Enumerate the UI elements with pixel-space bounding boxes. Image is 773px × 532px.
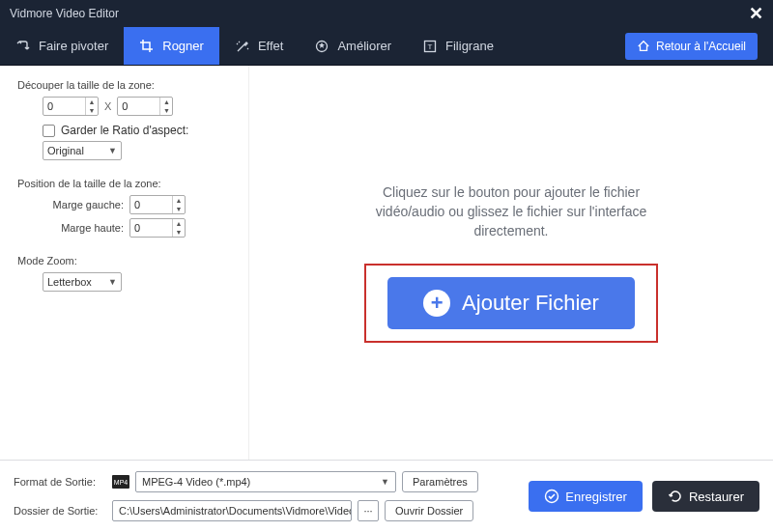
margin-top-label: Marge haute: bbox=[17, 222, 124, 234]
svg-text:T: T bbox=[428, 42, 433, 51]
tabbar: Faire pivoter Rogner Effet Améliorer T F… bbox=[0, 27, 773, 66]
hint-line: vidéo/audio ou glissez le fichier sur l'… bbox=[376, 202, 647, 221]
save-button[interactable]: Enregistrer bbox=[529, 481, 643, 512]
crop-height-input[interactable]: 0 ▲▼ bbox=[117, 97, 173, 116]
chevron-down-icon: ▼ bbox=[381, 477, 389, 487]
rotate-icon bbox=[15, 39, 31, 54]
chevron-down-icon[interactable]: ▼ bbox=[173, 205, 185, 213]
margin-top-value: 0 bbox=[130, 222, 172, 234]
check-icon bbox=[544, 489, 559, 504]
restore-icon bbox=[668, 489, 683, 504]
tab-crop[interactable]: Rogner bbox=[124, 27, 219, 65]
canvas-area[interactable]: Cliquez sur le bouton pour ajouter le fi… bbox=[249, 66, 773, 460]
tab-rotate[interactable]: Faire pivoter bbox=[0, 27, 124, 65]
aspect-ratio-select[interactable]: Original ▼ bbox=[43, 141, 122, 160]
tab-rotate-label: Faire pivoter bbox=[39, 39, 108, 53]
keep-ratio-label: Garder le Ratio d'aspect: bbox=[61, 124, 188, 137]
plus-icon: + bbox=[423, 290, 450, 317]
tab-effect[interactable]: Effet bbox=[219, 27, 300, 65]
aspect-ratio-value: Original bbox=[47, 145, 84, 156]
sidebar: Découper la taille de la zone: 0 ▲▼ X 0 … bbox=[0, 66, 249, 460]
chevron-up-icon[interactable]: ▲ bbox=[173, 196, 185, 205]
add-file-button[interactable]: + Ajouter Fichier bbox=[387, 277, 635, 329]
drop-hint: Cliquez sur le bouton pour ajouter le fi… bbox=[376, 182, 647, 241]
home-button[interactable]: Retour à l'Accueil bbox=[625, 33, 758, 60]
hint-line: Cliquez sur le bouton pour ajouter le fi… bbox=[376, 182, 647, 202]
browse-folder-button[interactable]: ··· bbox=[358, 500, 379, 521]
restore-button[interactable]: Restaurer bbox=[652, 481, 759, 512]
tab-enhance[interactable]: Améliorer bbox=[299, 27, 407, 65]
chevron-down-icon[interactable]: ▼ bbox=[173, 228, 185, 237]
tab-crop-label: Rogner bbox=[162, 39, 204, 53]
chevron-down-icon[interactable]: ▼ bbox=[86, 106, 98, 115]
x-separator: X bbox=[104, 100, 111, 112]
titlebar: Vidmore Video Editor ✕ bbox=[0, 0, 773, 27]
bottombar: Format de Sortie: MP4 MPEG-4 Video (*.mp… bbox=[0, 460, 773, 532]
home-icon bbox=[637, 40, 650, 53]
tab-watermark-label: Filigrane bbox=[445, 39, 494, 53]
add-file-label: Ajouter Fichier bbox=[462, 291, 599, 316]
chevron-up-icon[interactable]: ▲ bbox=[173, 219, 185, 228]
crop-height-value: 0 bbox=[118, 100, 159, 112]
crop-icon bbox=[139, 39, 155, 54]
main-area: Découper la taille de la zone: 0 ▲▼ X 0 … bbox=[0, 66, 773, 460]
zoom-title: Mode Zoom: bbox=[17, 255, 231, 266]
chevron-down-icon: ▼ bbox=[108, 277, 117, 287]
crop-width-value: 0 bbox=[43, 100, 85, 112]
output-format-value: MPEG-4 Video (*.mp4) bbox=[142, 476, 250, 488]
output-folder-input[interactable]: C:\Users\Administrator\Documents\Vidmore… bbox=[112, 500, 352, 521]
output-folder-value: C:\Users\Administrator\Documents\Vidmore… bbox=[119, 505, 352, 517]
watermark-icon: T bbox=[422, 39, 438, 54]
app-title: Vidmore Video Editor bbox=[10, 7, 119, 20]
margin-left-label: Marge gauche: bbox=[17, 199, 124, 210]
tab-watermark[interactable]: T Filigrane bbox=[407, 27, 509, 65]
format-icon: MP4 bbox=[112, 475, 129, 489]
tab-effect-label: Effet bbox=[258, 39, 284, 53]
close-icon[interactable]: ✕ bbox=[749, 3, 763, 24]
output-format-label: Format de Sortie: bbox=[14, 476, 106, 488]
add-file-highlight: + Ajouter Fichier bbox=[364, 264, 658, 343]
save-button-label: Enregistrer bbox=[565, 490, 627, 504]
chevron-up-icon[interactable]: ▲ bbox=[160, 98, 172, 106]
margin-top-input[interactable]: 0 ▲▼ bbox=[129, 218, 186, 238]
position-title: Position de la taille de la zone: bbox=[17, 178, 231, 189]
restore-button-label: Restaurer bbox=[689, 490, 744, 504]
keep-ratio-checkbox[interactable] bbox=[43, 125, 55, 137]
enhance-icon bbox=[314, 39, 329, 54]
output-folder-label: Dossier de Sortie: bbox=[14, 505, 106, 517]
sparkle-icon bbox=[235, 39, 250, 54]
chevron-down-icon[interactable]: ▼ bbox=[160, 106, 172, 115]
crop-width-input[interactable]: 0 ▲▼ bbox=[43, 97, 99, 116]
chevron-up-icon[interactable]: ▲ bbox=[86, 98, 98, 106]
crop-size-title: Découper la taille de la zone: bbox=[17, 79, 231, 91]
margin-left-input[interactable]: 0 ▲▼ bbox=[129, 195, 186, 214]
settings-button[interactable]: Paramètres bbox=[402, 471, 478, 492]
zoom-mode-select[interactable]: Letterbox ▼ bbox=[43, 272, 122, 292]
chevron-down-icon: ▼ bbox=[108, 146, 117, 155]
tab-enhance-label: Améliorer bbox=[337, 39, 391, 53]
margin-left-value: 0 bbox=[130, 199, 172, 210]
zoom-mode-value: Letterbox bbox=[47, 276, 92, 288]
home-button-label: Retour à l'Accueil bbox=[656, 40, 746, 53]
hint-line: directement. bbox=[376, 221, 647, 240]
output-format-select[interactable]: MPEG-4 Video (*.mp4) ▼ bbox=[135, 471, 396, 492]
open-folder-button[interactable]: Ouvrir Dossier bbox=[385, 500, 473, 521]
